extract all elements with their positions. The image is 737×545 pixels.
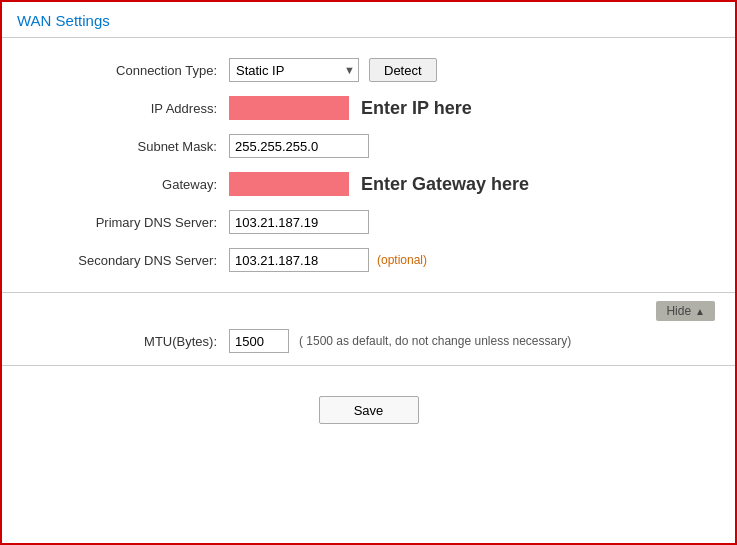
ip-address-hint: Enter IP here bbox=[361, 98, 472, 119]
main-content: Connection Type: Static IP DHCP PPPoE ▼ … bbox=[2, 38, 735, 454]
gateway-hint: Enter Gateway here bbox=[361, 174, 529, 195]
secondary-dns-label: Secondary DNS Server: bbox=[42, 253, 217, 268]
page-title: WAN Settings bbox=[2, 2, 735, 38]
ip-address-label: IP Address: bbox=[42, 101, 217, 116]
ip-address-input[interactable] bbox=[229, 96, 349, 120]
primary-dns-input[interactable] bbox=[229, 210, 369, 234]
secondary-dns-input[interactable] bbox=[229, 248, 369, 272]
mtu-label: MTU(Bytes): bbox=[42, 334, 217, 349]
subnet-mask-input[interactable] bbox=[229, 134, 369, 158]
mtu-hint: ( 1500 as default, do not change unless … bbox=[299, 334, 571, 348]
detect-button[interactable]: Detect bbox=[369, 58, 437, 82]
save-section: Save bbox=[2, 366, 735, 454]
mtu-input[interactable] bbox=[229, 329, 289, 353]
hide-bar: Hide ▲ bbox=[2, 301, 735, 321]
ip-address-row: IP Address: Enter IP here bbox=[2, 96, 735, 120]
subnet-mask-label: Subnet Mask: bbox=[42, 139, 217, 154]
save-button[interactable]: Save bbox=[319, 396, 419, 424]
gateway-row: Gateway: Enter Gateway here bbox=[2, 172, 735, 196]
connection-type-label: Connection Type: bbox=[42, 63, 217, 78]
mtu-row: MTU(Bytes): ( 1500 as default, do not ch… bbox=[2, 329, 735, 353]
secondary-dns-row: Secondary DNS Server: (optional) bbox=[2, 248, 735, 272]
section-top: Connection Type: Static IP DHCP PPPoE ▼ … bbox=[2, 38, 735, 293]
optional-text: (optional) bbox=[377, 253, 427, 267]
subnet-mask-row: Subnet Mask: bbox=[2, 134, 735, 158]
chevron-up-icon: ▲ bbox=[695, 306, 705, 317]
hide-label: Hide bbox=[666, 304, 691, 318]
connection-type-select[interactable]: Static IP DHCP PPPoE bbox=[229, 58, 359, 82]
connection-type-row: Connection Type: Static IP DHCP PPPoE ▼ … bbox=[2, 58, 735, 82]
gateway-input[interactable] bbox=[229, 172, 349, 196]
primary-dns-label: Primary DNS Server: bbox=[42, 215, 217, 230]
outer-border: WAN Settings Connection Type: Static IP … bbox=[0, 0, 737, 545]
connection-type-select-wrapper: Static IP DHCP PPPoE ▼ bbox=[229, 58, 359, 82]
gateway-label: Gateway: bbox=[42, 177, 217, 192]
mtu-section: Hide ▲ MTU(Bytes): ( 1500 as default, do… bbox=[2, 293, 735, 366]
hide-button[interactable]: Hide ▲ bbox=[656, 301, 715, 321]
primary-dns-row: Primary DNS Server: bbox=[2, 210, 735, 234]
